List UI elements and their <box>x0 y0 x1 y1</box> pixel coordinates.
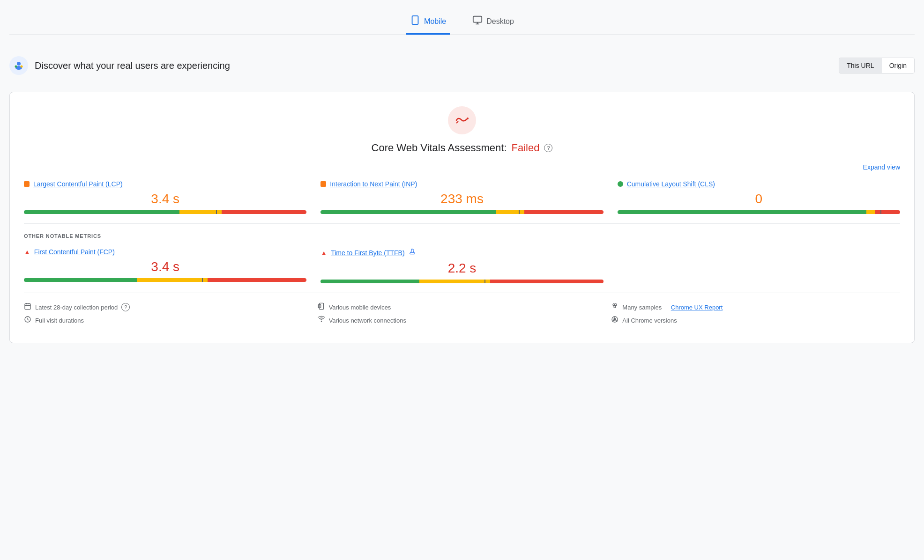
collection-period-text: Latest 28-day collection period <box>35 304 118 311</box>
lcp-bar <box>24 210 306 214</box>
lcp-metric: Largest Contentful Paint (LCP) 3.4 s <box>24 180 306 214</box>
inp-label-row: Interaction to Next Paint (INP) <box>320 180 603 188</box>
svg-point-7 <box>15 66 17 68</box>
empty-col <box>618 248 900 283</box>
section-header-left: Discover what your real users are experi… <box>9 56 230 75</box>
lcp-bar-green <box>24 210 179 214</box>
ttfb-bar-orange <box>419 280 490 283</box>
mobile-icon <box>410 15 420 28</box>
cls-value: 0 <box>618 192 900 206</box>
ttfb-triangle-icon: ▲ <box>320 249 327 257</box>
cwv-icon <box>448 106 476 134</box>
info-footer: Latest 28-day collection period ? Full v… <box>24 293 900 329</box>
svg-point-24 <box>614 318 616 320</box>
svg-point-19 <box>321 321 321 321</box>
samples-text: Many samples <box>622 304 662 311</box>
svg-line-10 <box>456 121 458 123</box>
crux-link[interactable]: Chrome UX Report <box>671 304 723 311</box>
fcp-bar-green <box>24 278 137 282</box>
fcp-link[interactable]: First Contentful Paint (FCP) <box>34 248 115 256</box>
cwv-title-row: Core Web Vitals Assessment: Failed ? <box>372 142 553 154</box>
fcp-value: 3.4 s <box>24 259 306 274</box>
collection-help-icon[interactable]: ? <box>121 303 130 311</box>
inp-bar <box>320 210 603 214</box>
inp-metric: Interaction to Next Paint (INP) 233 ms <box>320 180 603 214</box>
svg-point-9 <box>467 118 469 119</box>
cls-bar-orange <box>866 210 875 214</box>
inp-link[interactable]: Interaction to Next Paint (INP) <box>330 180 417 188</box>
ttfb-bar <box>320 280 603 283</box>
ttfb-metric: ▲ Time to First Byte (TTFB) 2.2 s <box>320 248 603 283</box>
fcp-metric: ▲ First Contentful Paint (FCP) 3.4 s <box>24 248 306 283</box>
cwv-assessment-label: Core Web Vitals Assessment: <box>372 142 507 154</box>
footer-item-network: Various network connections <box>318 316 607 325</box>
lcp-link[interactable]: Largest Contentful Paint (LCP) <box>33 180 123 188</box>
other-metrics-grid: ▲ First Contentful Paint (FCP) 3.4 s ▲ T… <box>24 248 900 283</box>
cls-dot <box>618 181 623 187</box>
fcp-bar-orange <box>137 278 208 282</box>
ttfb-value: 2.2 s <box>320 261 603 276</box>
lcp-label-row: Largest Contentful Paint (LCP) <box>24 180 306 188</box>
cls-link[interactable]: Cumulative Layout Shift (CLS) <box>627 180 715 188</box>
svg-rect-0 <box>412 16 418 24</box>
main-card: Core Web Vitals Assessment: Failed ? Exp… <box>9 92 915 343</box>
footer-item-collection: Latest 28-day collection period ? <box>24 302 313 312</box>
svg-rect-12 <box>25 304 30 309</box>
svg-point-22 <box>614 306 616 308</box>
chrome-versions-text: All Chrome versions <box>622 317 677 324</box>
section-header: Discover what your real users are experi… <box>9 49 915 82</box>
ttfb-bar-red <box>490 280 603 283</box>
cls-bar <box>618 210 900 214</box>
tab-bar: Mobile Desktop <box>9 9 915 35</box>
core-metrics-grid: Largest Contentful Paint (LCP) 3.4 s Int… <box>24 180 900 214</box>
svg-point-21 <box>615 304 617 306</box>
cwv-help-icon[interactable]: ? <box>544 144 552 152</box>
flask-icon <box>409 248 416 257</box>
fcp-bar <box>24 278 306 282</box>
ttfb-link[interactable]: Time to First Byte (TTFB) <box>331 249 404 257</box>
origin-button[interactable]: Origin <box>882 58 914 73</box>
ttfb-label-row: ▲ Time to First Byte (TTFB) <box>320 248 603 257</box>
ttfb-marker <box>484 280 485 283</box>
metrics-divider <box>24 223 900 224</box>
lcp-bar-red <box>222 210 306 214</box>
devices-icon <box>318 302 325 312</box>
svg-rect-17 <box>319 303 323 309</box>
inp-value: 233 ms <box>320 192 603 206</box>
tab-mobile-label: Mobile <box>424 17 446 26</box>
lcp-dot <box>24 181 30 187</box>
tab-desktop-label: Desktop <box>486 17 514 26</box>
cls-marker <box>880 210 881 214</box>
desktop-icon <box>472 15 483 28</box>
fcp-bar-red <box>208 278 306 282</box>
footer-col2: Various mobile devices Various network c… <box>318 302 607 329</box>
cwv-status: Failed <box>512 142 540 154</box>
cls-label-row: Cumulative Layout Shift (CLS) <box>618 180 900 188</box>
cls-metric: Cumulative Layout Shift (CLS) 0 <box>618 180 900 214</box>
chrome-icon <box>611 316 618 325</box>
network-text: Various network connections <box>329 317 406 324</box>
user-icon <box>9 56 28 75</box>
lcp-marker <box>216 210 217 214</box>
this-url-button[interactable]: This URL <box>839 58 881 73</box>
tab-mobile[interactable]: Mobile <box>406 9 450 35</box>
expand-view-button[interactable]: Expand view <box>24 163 900 171</box>
samples-icon <box>611 302 618 312</box>
other-metrics-label: OTHER NOTABLE METRICS <box>24 233 900 239</box>
cwv-header: Core Web Vitals Assessment: Failed ? <box>24 106 900 154</box>
inp-marker <box>519 210 520 214</box>
fcp-marker <box>202 278 203 282</box>
inp-bar-red <box>524 210 604 214</box>
footer-item-chrome: All Chrome versions <box>611 316 900 325</box>
lcp-value: 3.4 s <box>24 192 306 206</box>
devices-text: Various mobile devices <box>329 304 391 311</box>
url-toggle[interactable]: This URL Origin <box>839 58 915 74</box>
svg-rect-2 <box>473 16 482 22</box>
footer-item-samples: Many samples Chrome UX Report <box>611 302 900 312</box>
cls-bar-green <box>618 210 866 214</box>
svg-point-8 <box>21 66 23 68</box>
footer-col1: Latest 28-day collection period ? Full v… <box>24 302 313 329</box>
section-title: Discover what your real users are experi… <box>35 60 230 71</box>
tab-desktop[interactable]: Desktop <box>469 9 518 35</box>
footer-col3: Many samples Chrome UX Report All Chrome… <box>611 302 900 329</box>
